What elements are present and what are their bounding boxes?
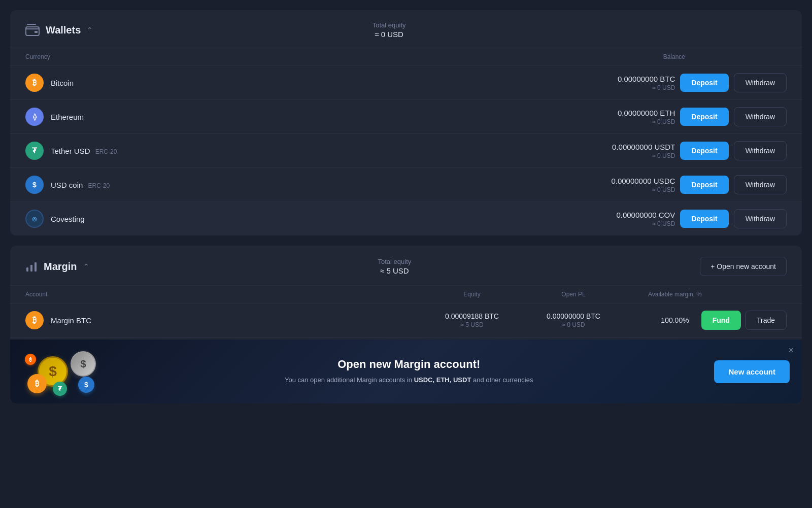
margin-btc-equity: 0.00009188 BTC ≈ 5 USD (421, 312, 523, 328)
svg-rect-3 (30, 265, 32, 272)
wallets-panel: Wallets ⌃ Total equity ≈ 0 USD Currency … (10, 10, 802, 235)
wallets-title: Wallets (46, 24, 81, 36)
wallets-equity-label: Total equity (373, 21, 406, 29)
margin-title: Margin (44, 261, 77, 273)
currency-info-usdt: ₮ Tether USD ERC-20 (25, 142, 604, 160)
wallets-col-currency: Currency (25, 53, 663, 60)
promo-close-button[interactable]: × (788, 346, 794, 355)
usdt-icon: ₮ (25, 142, 44, 160)
eth-actions: 0.00000000 ETH ≈ 0 USD Deposit Withdraw (618, 107, 787, 126)
promo-banner: × ₿ $ $ ₿ $ ₮ Open new Margin account! Y… (10, 340, 802, 403)
coin-blue-icon: $ (78, 377, 94, 393)
margin-btc-fund-button[interactable]: Fund (701, 311, 741, 330)
margin-btc-icon: ₿ (25, 311, 44, 329)
margin-btc-trade-button[interactable]: Trade (745, 311, 787, 330)
wallets-equity-center: Total equity ≈ 0 USD (373, 21, 406, 39)
wallet-icon (25, 24, 40, 36)
currency-name-btc: Bitcoin (51, 79, 74, 87)
eth-icon: ⟠ (25, 108, 44, 126)
margin-header: Margin ⌃ Total equity ≈ 5 USD + Open new… (10, 246, 802, 286)
margin-btc-equity-usd: ≈ 5 USD (421, 321, 523, 328)
margin-btc-pl-usd: ≈ 0 USD (523, 321, 624, 328)
coin-small-orange-icon: ₿ (25, 354, 36, 365)
cov-actions: 0.00000000 COV ≈ 0 USD Deposit Withdraw (616, 209, 787, 228)
btc-balance-main: 0.00000000 BTC (618, 75, 675, 83)
currency-info-eth: ⟠ Ethereum (25, 108, 610, 126)
coin-green-icon: ₮ (53, 382, 67, 396)
usdt-deposit-button[interactable]: Deposit (680, 142, 728, 160)
promo-content: Open new Margin account! You can open ad… (114, 358, 704, 385)
wallets-header: Wallets ⌃ Total equity ≈ 0 USD (10, 10, 802, 48)
margin-col-actions (726, 291, 787, 298)
margin-btc-actions: Fund Trade (726, 311, 787, 330)
margin-table-header: Account Equity Open PL Available margin,… (10, 286, 802, 303)
cov-balance: 0.00000000 COV ≈ 0 USD (616, 211, 675, 227)
table-row: ₿ Margin BTC 0.00009188 BTC ≈ 5 USD 0.00… (10, 303, 802, 337)
usdt-actions: 0.00000000 USDT ≈ 0 USD Deposit Withdraw (612, 141, 787, 160)
eth-withdraw-button[interactable]: Withdraw (734, 107, 787, 126)
usdc-actions: 0.00000000 USDC ≈ 0 USD Deposit Withdraw (611, 175, 787, 194)
currency-info-btc: ₿ Bitcoin (25, 74, 610, 92)
wallets-chevron-icon[interactable]: ⌃ (87, 26, 93, 34)
usdt-withdraw-button[interactable]: Withdraw (734, 141, 787, 160)
margin-col-account: Account (25, 291, 421, 298)
margin-btc-info: ₿ Margin BTC (25, 311, 421, 329)
usdc-balance: 0.00000000 USDC ≈ 0 USD (611, 177, 675, 193)
margin-header-left: Margin ⌃ (25, 260, 89, 273)
usdt-balance-main: 0.00000000 USDT (612, 143, 675, 151)
eth-balance-usd: ≈ 0 USD (618, 118, 675, 125)
wallets-col-balance: Balance (663, 53, 787, 60)
table-row: ◎ Covesting 0.00000000 COV ≈ 0 USD Depos… (10, 202, 802, 235)
margin-col-available-margin: Available margin, % (624, 291, 726, 298)
currency-name-usdc: USD coin ERC-20 (51, 181, 110, 189)
wallets-table-header: Currency Balance (10, 48, 802, 66)
margin-chevron-icon[interactable]: ⌃ (83, 262, 89, 270)
margin-icon (25, 260, 38, 273)
btc-balance-usd: ≈ 0 USD (618, 84, 675, 91)
cov-balance-usd: ≈ 0 USD (616, 220, 675, 227)
usdc-deposit-button[interactable]: Deposit (680, 176, 728, 194)
btc-deposit-button[interactable]: Deposit (680, 74, 728, 92)
cov-balance-main: 0.00000000 COV (616, 211, 675, 219)
svg-rect-1 (35, 31, 38, 33)
currency-name-cov: Covesting (51, 215, 85, 223)
margin-btc-name: Margin BTC (51, 316, 91, 325)
margin-panel: Margin ⌃ Total equity ≈ 5 USD + Open new… (10, 246, 802, 403)
margin-btc-equity-main: 0.00009188 BTC (421, 312, 523, 320)
usdc-balance-main: 0.00000000 USDC (611, 177, 675, 185)
usdt-balance: 0.00000000 USDT ≈ 0 USD (612, 143, 675, 159)
table-row: ⟠ Ethereum 0.00000000 ETH ≈ 0 USD Deposi… (10, 100, 802, 134)
eth-deposit-button[interactable]: Deposit (680, 108, 728, 126)
currency-info-usdc: $ USD coin ERC-20 (25, 176, 603, 194)
usdc-withdraw-button[interactable]: Withdraw (734, 175, 787, 194)
btc-icon: ₿ (25, 74, 44, 92)
cov-deposit-button[interactable]: Deposit (680, 210, 728, 228)
eth-balance-main: 0.00000000 ETH (618, 109, 675, 117)
new-account-button[interactable]: New account (714, 360, 790, 383)
usdc-balance-usd: ≈ 0 USD (611, 186, 675, 193)
promo-title: Open new Margin account! (114, 358, 704, 371)
cov-withdraw-button[interactable]: Withdraw (734, 209, 787, 228)
margin-equity-value: ≈ 5 USD (378, 266, 411, 275)
currency-name-usdt: Tether USD ERC-20 (51, 147, 117, 155)
btc-actions: 0.00000000 BTC ≈ 0 USD Deposit Withdraw (618, 73, 787, 92)
margin-equity-label: Total equity (378, 258, 411, 265)
currency-info-cov: ◎ Covesting (25, 210, 608, 228)
svg-rect-4 (35, 262, 37, 272)
svg-rect-2 (26, 267, 28, 272)
margin-col-equity: Equity (421, 291, 523, 298)
wallets-header-left: Wallets ⌃ (25, 24, 93, 36)
currency-name-eth: Ethereum (51, 113, 84, 121)
usdt-tag: ERC-20 (95, 148, 117, 155)
table-row: ₮ Tether USD ERC-20 0.00000000 USDT ≈ 0 … (10, 134, 802, 168)
margin-col-open-pl: Open PL (523, 291, 624, 298)
open-new-account-button[interactable]: + Open new account (700, 257, 787, 276)
coin-silver-icon: $ (71, 351, 96, 377)
table-row: ₿ Bitcoin 0.00000000 BTC ≈ 0 USD Deposit… (10, 66, 802, 100)
promo-currencies: USDC, ETH, USDT (414, 376, 471, 384)
usdt-balance-usd: ≈ 0 USD (612, 152, 675, 159)
btc-withdraw-button[interactable]: Withdraw (734, 73, 787, 92)
wallets-equity-value: ≈ 0 USD (373, 30, 406, 39)
coin-btc-icon: ₿ (27, 374, 47, 393)
eth-balance: 0.00000000 ETH ≈ 0 USD (618, 109, 675, 125)
